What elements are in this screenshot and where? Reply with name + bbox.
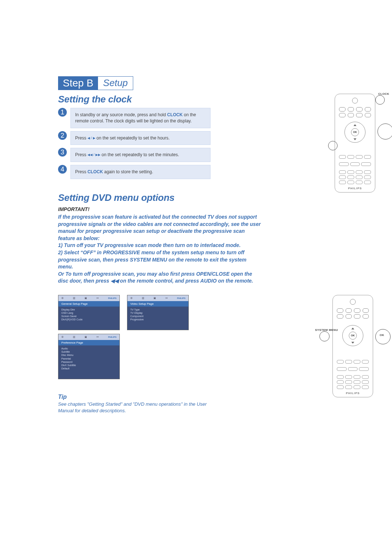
menu-tabs: ⚙ ▥ ▣ ↦ PHILIPS (127, 295, 188, 301)
tip-heading: Tip (58, 394, 218, 400)
clock-keyword: CLOCK (167, 112, 183, 117)
remote-dpad: OK (344, 122, 366, 143)
gear-icon: ⚙ (61, 297, 64, 300)
clock-callout-circle (375, 95, 385, 105)
step-number-badge: 2 (58, 131, 67, 140)
step-1-text: In standby or any source mode, press and… (70, 108, 211, 128)
video-icon: ▣ (85, 297, 87, 300)
remote-brand-label: PHILIPS (333, 392, 373, 395)
remote-power-icon (350, 299, 356, 305)
exit-icon: ↦ (97, 336, 99, 339)
speaker-icon: ▥ (73, 336, 75, 339)
exit-icon: ↦ (166, 297, 168, 300)
step-1-text-a: In standby or any source mode, press and… (75, 112, 167, 117)
step-2: 2 Press ◀ / ▶ on the set repeatedly to s… (58, 131, 211, 145)
remote-dpad: OK (342, 325, 363, 346)
menu-item: Subtitle (61, 350, 117, 353)
section-dvd-menu: Setting DVD menu options IMPORTANT! If t… (58, 192, 334, 285)
menu-item: OSD Lang (61, 311, 117, 315)
section-title-clock: Setting the clock (58, 94, 334, 105)
remote-ok-button: OK (351, 128, 359, 136)
speaker-icon: ▥ (142, 297, 144, 300)
menu-screenshots-row: ⚙ ▥ ▣ ↦ PHILIPS General Setup Page Displ… (58, 295, 334, 379)
step-3: 3 Press ◀◀ / ▶▶ on the set repeatedly to… (58, 148, 211, 162)
menu-items-general: Display Dim OSD Lang Screen Saver DivX(R… (58, 307, 119, 330)
remote-outline: OK PHILIPS (335, 94, 375, 193)
remote-diagram-clock: OK PHILIPS CLOCK (335, 94, 392, 192)
down-icon (351, 342, 354, 344)
remote-power-icon (352, 98, 358, 104)
gear-icon: ⚙ (130, 297, 132, 300)
up-icon (351, 328, 354, 329)
step-number-badge: 4 (58, 165, 67, 174)
exit-icon: ↦ (97, 297, 99, 300)
menu-item: Screen Saver (61, 315, 117, 318)
system-menu-callout-circle (319, 331, 330, 341)
ok-callout-circle (375, 329, 391, 344)
general-setup-page-screenshot: ⚙ ▥ ▣ ↦ PHILIPS General Setup Page Displ… (58, 295, 120, 330)
prev-next-icon: ◀ / ▶ (87, 136, 95, 141)
menu-items-preference: Audio Subtitle Disc Menu Parental Passwo… (58, 345, 119, 379)
system-menu-callout-label: SYSTEM MENU (315, 328, 338, 332)
step-4-text-a: Press (75, 169, 87, 174)
section-title-dvd: Setting DVD menu options (58, 192, 334, 203)
section-setting-clock: Setting the clock 1 In standby or any so… (58, 94, 334, 179)
step-4-text-b: again to store the setting. (103, 169, 153, 174)
menu-item: Password (61, 360, 117, 364)
menu-title: Preference Page (58, 340, 119, 345)
up-icon (354, 124, 356, 126)
menu-item: Display Dim (61, 308, 117, 311)
menu-item: Progressive (130, 318, 185, 321)
vol-callout-circle (328, 141, 338, 150)
ok-callout-label: OK (380, 333, 384, 337)
menu-tabs: ⚙ ▥ ▣ ↦ PHILIPS (58, 334, 119, 340)
remote-diagram-system-menu: OK PHILIPS SYSTEM MENU (332, 295, 391, 397)
menu-brand: PHILIPS (108, 336, 117, 338)
important-heading: IMPORTANT! (58, 206, 334, 212)
step-2-text: Press ◀ / ▶ on the set repeatedly to set… (70, 131, 211, 145)
step-3-text-a: Press (75, 152, 87, 157)
speaker-icon: ▥ (73, 297, 75, 300)
nav-callout-circle (377, 123, 392, 139)
gear-icon: ⚙ (61, 336, 64, 339)
important-body: If the progressive scan feature is activ… (58, 214, 261, 285)
clock-keyword: CLOCK (87, 169, 103, 174)
step-4: 4 Press CLOCK again to store the setting… (58, 165, 211, 179)
step-3-text: Press ◀◀ / ▶▶ on the set repeatedly to s… (70, 148, 211, 162)
step-header: Step B Setup (58, 76, 334, 90)
menu-tabs: ⚙ ▥ ▣ ↦ PHILIPS (58, 295, 119, 301)
step-2-text-a: Press (75, 135, 87, 141)
video-icon: ▣ (154, 297, 156, 300)
step-2-text-b: on the set repeatedly to set the hours. (95, 135, 170, 141)
video-icon: ▣ (85, 336, 87, 339)
remote-brand-label: PHILIPS (335, 187, 375, 190)
down-icon (354, 138, 356, 140)
step-title: Setup (98, 76, 133, 90)
menu-item: Disc Menu (61, 353, 117, 357)
menu-item: TV Display (130, 311, 185, 315)
remote-outline: OK PHILIPS (332, 295, 373, 397)
menu-title: General Setup Page (58, 301, 119, 307)
step-badge: Step B (58, 76, 98, 90)
menu-brand: PHILIPS (177, 297, 185, 299)
tip-block: Tip See chapters "Getting Started" and "… (58, 394, 218, 414)
menu-item: Default (61, 367, 117, 370)
tip-body: See chapters "Getting Started" and "DVD … (58, 401, 218, 414)
preference-page-screenshot: ⚙ ▥ ▣ ↦ PHILIPS Preference Page Audio Su… (58, 334, 120, 379)
video-setup-page-screenshot: ⚙ ▥ ▣ ↦ PHILIPS Video Setup Page TV Type… (127, 295, 189, 330)
menu-item: Audio (61, 347, 117, 350)
menu-title: Video Setup Page (127, 301, 188, 307)
menu-brand: PHILIPS (108, 297, 117, 299)
menu-item: DivX Subtitle (61, 364, 117, 367)
step-1: 1 In standby or any source mode, press a… (58, 108, 211, 128)
step-3-text-b: on the set repeatedly to set the minutes… (101, 152, 179, 157)
menu-item: DivX(R)VOD Code (61, 318, 117, 321)
menu-item: Parental (61, 357, 117, 360)
step-number-badge: 3 (58, 148, 67, 157)
remote-ok-button: OK (349, 332, 357, 340)
menu-items-video: TV Type TV Display Component Progressive (127, 307, 188, 330)
step-4-text: Press CLOCK again to store the setting. (70, 165, 211, 179)
rewind-ffwd-icon: ◀◀ / ▶▶ (87, 153, 101, 157)
menu-item: Component (130, 315, 185, 318)
step-number-badge: 1 (58, 108, 67, 117)
